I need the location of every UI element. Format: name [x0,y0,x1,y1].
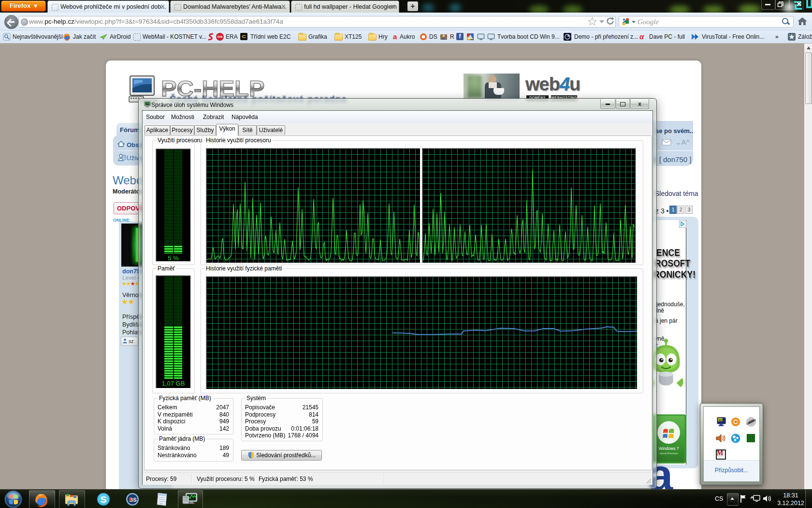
svg-text:S: S [101,494,107,505]
svg-text:99: 99 [718,418,722,422]
